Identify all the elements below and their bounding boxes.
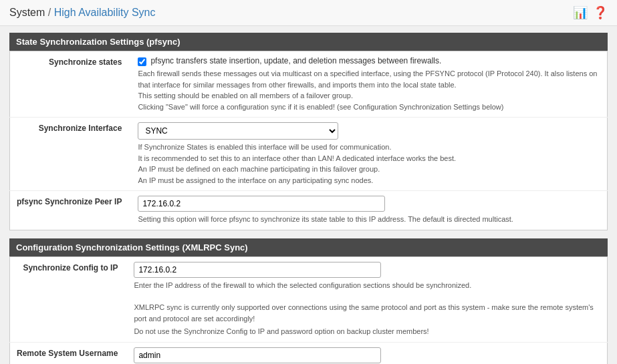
pfsync-peer-ip-value: Setting this option will force pfsync to…: [131, 191, 607, 230]
sync-config-ip-value: Enter the IP address of the firewall to …: [127, 256, 607, 342]
config-sync-section-header: Configuration Synchronization Settings (…: [9, 238, 608, 256]
sync-config-ip-desc2: XMLRPC sync is currently only supported …: [134, 302, 600, 324]
state-sync-section-header: State Synchronization Settings (pfsync): [9, 33, 608, 51]
chart-icon[interactable]: 📊: [573, 5, 588, 20]
pfsync-peer-ip-row: pfsync Synchronize Peer IP Setting this …: [10, 191, 608, 230]
checkbox-row: pfsync transfers state insertion, update…: [138, 56, 600, 66]
remote-username-label: Remote System Username: [10, 342, 128, 364]
synchronize-interface-value: SYNC If Synchronize States is enabled th…: [131, 118, 607, 191]
synchronize-states-row: Synchronize states pfsync transfers stat…: [10, 51, 608, 118]
synchronize-interface-row: Synchronize Interface SYNC If Synchroniz…: [10, 118, 608, 191]
synchronize-interface-description: If Synchronize States is enabled this in…: [138, 142, 600, 186]
state-sync-table: Synchronize states pfsync transfers stat…: [9, 51, 608, 230]
main-content: State Synchronization Settings (pfsync) …: [0, 26, 617, 364]
remote-username-input[interactable]: [134, 347, 381, 363]
synchronize-states-checkbox[interactable]: [138, 57, 146, 66]
synchronize-interface-select[interactable]: SYNC: [138, 122, 338, 140]
pfsync-peer-ip-label: pfsync Synchronize Peer IP: [10, 191, 132, 230]
config-sync-table: Synchronize Config to IP Enter the IP ad…: [9, 256, 608, 365]
remote-username-row: Remote System Username Enter the webConf…: [10, 342, 608, 364]
synchronize-states-label: Synchronize states: [10, 51, 132, 118]
header-icons: 📊 ❓: [573, 5, 608, 20]
synchronize-interface-label: Synchronize Interface: [10, 118, 132, 191]
help-icon[interactable]: ❓: [593, 5, 608, 20]
synchronize-states-value: pfsync transfers state insertion, update…: [131, 51, 607, 118]
sync-config-ip-label: Synchronize Config to IP: [10, 256, 128, 342]
breadcrumb-system: System: [9, 7, 45, 18]
sync-config-ip-input[interactable]: [134, 262, 381, 278]
pfsync-peer-ip-description: Setting this option will force pfsync to…: [138, 214, 600, 225]
page-title: High Availability Sync: [54, 7, 156, 18]
remote-username-value: Enter the webConfigurator username of th…: [127, 342, 607, 364]
synchronize-states-description: Each firewall sends these messages out v…: [138, 68, 600, 112]
pfsync-peer-ip-input[interactable]: [138, 196, 385, 212]
synchronize-states-inline-desc: pfsync transfers state insertion, update…: [150, 56, 441, 65]
breadcrumb-separator: /: [48, 7, 54, 18]
breadcrumb: System / High Availability Sync: [9, 7, 155, 19]
sync-config-ip-desc3: Do not use the Synchronize Config to IP …: [134, 326, 600, 337]
page-header: System / High Availability Sync 📊 ❓: [0, 0, 617, 26]
sync-config-ip-row: Synchronize Config to IP Enter the IP ad…: [10, 256, 608, 342]
sync-config-ip-desc1: Enter the IP address of the firewall to …: [134, 280, 600, 291]
